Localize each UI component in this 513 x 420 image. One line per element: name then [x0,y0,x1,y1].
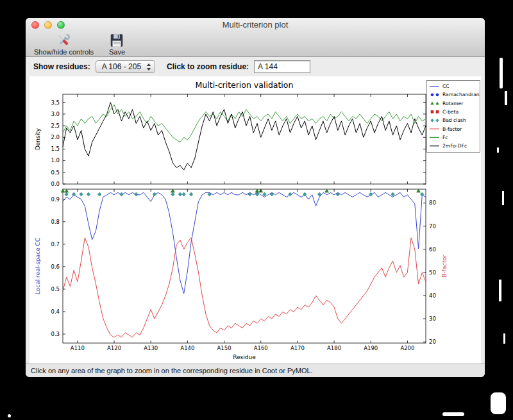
plot-figure[interactable]: 0.00.51.01.52.02.53.03.5Density0.30.40.5… [29,76,481,364]
app-window: Multi-criterion plot Show/hide controls [26,18,485,377]
svg-text:3.5: 3.5 [51,99,60,106]
svg-text:0.7: 0.7 [51,241,60,248]
scan-artifact [442,412,464,416]
svg-text:0.6: 0.6 [51,264,60,270]
close-button[interactable] [31,21,39,29]
svg-text:0.5: 0.5 [51,169,60,176]
svg-text:A190: A190 [364,345,378,351]
svg-text:70: 70 [429,223,436,230]
svg-text:Local real-space CC: Local real-space CC [35,238,41,294]
svg-text:0.8: 0.8 [51,219,60,225]
scan-artifact [505,91,507,105]
svg-text:2.5: 2.5 [51,122,60,129]
residue-range-value: A 106 - 205 [102,62,141,71]
svg-text:0.5: 0.5 [51,286,60,292]
svg-text:A170: A170 [290,345,305,351]
scan-artifact [503,333,505,344]
tools-icon [56,33,71,48]
svg-text:3.0: 3.0 [51,111,60,117]
save-floppy-icon [109,33,124,48]
svg-text:2.0: 2.0 [51,134,60,140]
window-header: Multi-criterion plot Show/hide controls [26,18,485,57]
svg-text:A130: A130 [144,345,158,351]
svg-text:C-beta: C-beta [442,109,458,115]
scan-artifact [497,147,499,153]
svg-text:60: 60 [429,246,436,253]
residue-range-select[interactable]: A 106 - 205 [96,60,155,73]
status-text: Click on any area of the graph to zoom i… [31,367,313,374]
svg-text:80: 80 [429,199,436,206]
svg-text:A150: A150 [217,345,231,351]
svg-text:0.4: 0.4 [51,308,60,315]
svg-text:Rotamer: Rotamer [442,101,464,106]
svg-text:B-factor: B-factor [441,255,448,278]
scan-artifact [8,414,11,417]
svg-text:A110: A110 [71,345,85,351]
controls-row: Show residues: A 106 - 205 Click to zoom… [26,57,485,76]
svg-text:0.9: 0.9 [51,196,60,203]
plot-legend: CCRamachandranRotamerC-betaBad clashB-fa… [427,81,480,153]
svg-text:30: 30 [429,315,436,322]
svg-text:CC: CC [442,83,450,89]
scan-artifact [500,58,503,88]
svg-text:Residue: Residue [233,354,256,360]
multi-criterion-chart[interactable]: 0.00.51.01.52.02.53.03.5Density0.30.40.5… [29,76,481,364]
scan-artifact [491,392,506,414]
tool-label: Show/hide controls [34,48,94,56]
scan-artifact [502,191,504,205]
svg-text:2mFo-DFc: 2mFo-DFc [442,143,467,149]
svg-text:Fc: Fc [442,135,448,140]
toolbar: Show/hide controls Save [26,32,485,56]
cc-bfactor-subplot: 0.30.40.50.60.70.80.920304050607080A110A… [35,189,448,360]
svg-text:A200: A200 [400,345,414,351]
svg-text:A120: A120 [107,345,121,351]
zoom-residue-input[interactable]: A 144 [254,60,310,73]
minimize-button[interactable] [44,21,52,29]
svg-text:20: 20 [429,339,436,345]
svg-text:Density: Density [35,128,41,150]
status-bar: Click on any area of the graph to zoom i… [26,364,485,377]
density-subplot: 0.00.51.01.52.02.53.03.5Density [35,94,426,187]
scan-artifact [499,280,501,301]
svg-text:0.3: 0.3 [51,331,60,337]
svg-text:A160: A160 [254,345,268,351]
svg-text:40: 40 [429,292,436,299]
tool-label: Save [109,48,125,56]
svg-text:Ramachandran: Ramachandran [442,92,480,97]
popup-arrows-icon [146,63,151,71]
show-hide-controls-button[interactable]: Show/hide controls [32,32,96,56]
svg-text:A180: A180 [327,345,341,351]
svg-text:A140: A140 [180,345,194,351]
svg-text:1.0: 1.0 [51,157,60,164]
svg-text:50: 50 [429,269,436,276]
svg-text:B-factor: B-factor [442,126,462,132]
traffic-lights [31,21,65,29]
svg-text:0.0: 0.0 [51,181,60,187]
svg-text:1.5: 1.5 [51,146,60,152]
save-button[interactable]: Save [107,32,127,56]
zoom-window-button[interactable] [57,21,65,29]
svg-text:Bad clash: Bad clash [442,117,466,123]
titlebar[interactable]: Multi-criterion plot [26,18,485,32]
svg-text:Multi-criterion validation: Multi-criterion validation [196,80,294,90]
zoom-residue-label: Click to zoom residue: [167,62,249,71]
window-title: Multi-criterion plot [26,18,485,32]
show-residues-label: Show residues: [33,62,90,71]
